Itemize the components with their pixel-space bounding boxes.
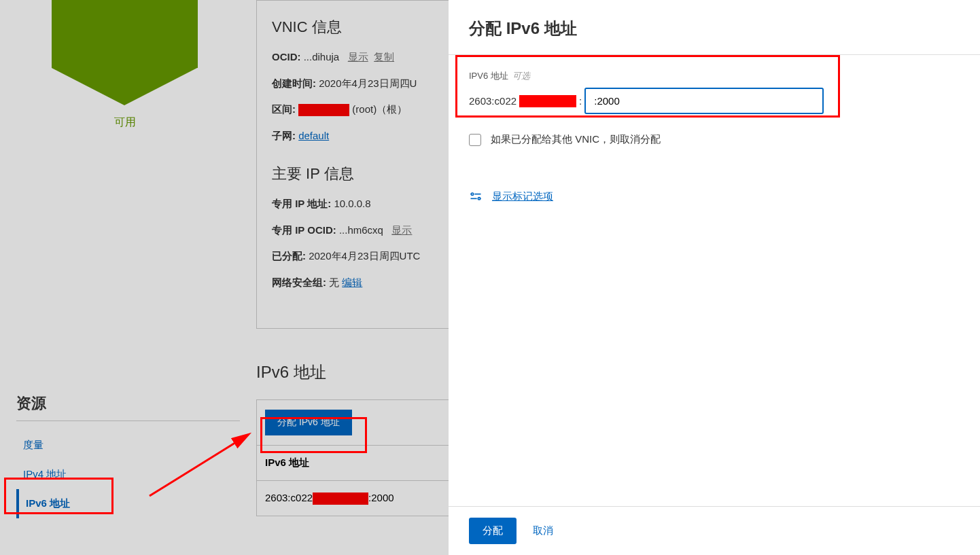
cancel-button[interactable]: 取消 [533,524,553,537]
private-ip-ocid-value: ...hm6cxq [339,224,383,236]
ipv6-prefix: 2603:c022 [469,95,517,107]
private-ip-ocid-label: 专用 IP OCID: [272,224,336,236]
show-tags-link[interactable]: 显示标记选项 [469,190,960,203]
ipv6-prefix-colon: : [579,95,582,107]
redacted-ipv6 [313,493,368,505]
private-ip-ocid-show[interactable]: 显示 [391,224,412,236]
status-hexagon [52,0,198,68]
ocid-label: OCID: [272,51,301,62]
nsg-edit-link[interactable]: 编辑 [342,276,362,288]
assigned-value: 2020年4月23日周四UTC [309,250,420,262]
nsg-label: 网络安全组: [272,276,326,288]
subnet-link[interactable]: default [298,130,329,141]
ipv6-suffix-input[interactable] [584,88,824,114]
compartment-label: 区间: [272,103,296,115]
compartment-suffix: (root)（根） [352,103,407,115]
ocid-show-link[interactable]: 显示 [348,51,368,62]
nav-item-metrics[interactable]: 度量 [16,431,240,460]
private-ip-value: 10.0.0.8 [334,198,370,209]
ipv6-row-suffix: :2000 [368,492,394,503]
svg-point-2 [471,193,473,195]
created-label: 创建时间: [272,77,316,89]
redacted-prefix [519,95,576,107]
ipv6-row-prefix: 2603:c022 [265,492,313,503]
ocid-copy-link[interactable]: 复制 [374,51,394,62]
assign-ipv6-drawer: 分配 IPv6 地址 IPV6 地址可选 2603:c022: 如果已分配给其他… [449,0,980,555]
redacted-compartment [298,104,349,116]
submit-button[interactable]: 分配 [469,518,517,544]
status-badge: 可用 [114,115,136,130]
assign-ipv6-button[interactable]: 分配 IPv6 地址 [265,410,352,435]
drawer-title: 分配 IPv6 地址 [449,0,980,54]
nav-item-ipv4[interactable]: IPv4 地址 [16,460,240,489]
private-ip-label: 专用 IP 地址: [272,198,331,209]
resources-heading: 资源 [16,393,240,414]
nsg-value: 无 [329,276,339,288]
settings-icon [469,190,483,203]
unassign-checkbox-label: 如果已分配给其他 VNIC，则取消分配 [491,133,661,146]
show-tags-label: 显示标记选项 [492,190,553,203]
nav-item-ipv6[interactable]: IPv6 地址 [16,489,240,518]
ocid-value: ...dihuja [304,51,340,62]
created-value: 2020年4月23日周四U [319,77,417,89]
svg-point-5 [478,198,480,200]
subnet-label: 子网: [272,130,296,141]
ipv6-input-label: IPV6 地址可选 [469,70,960,82]
unassign-checkbox[interactable] [469,134,481,146]
assigned-label: 已分配: [272,250,306,262]
